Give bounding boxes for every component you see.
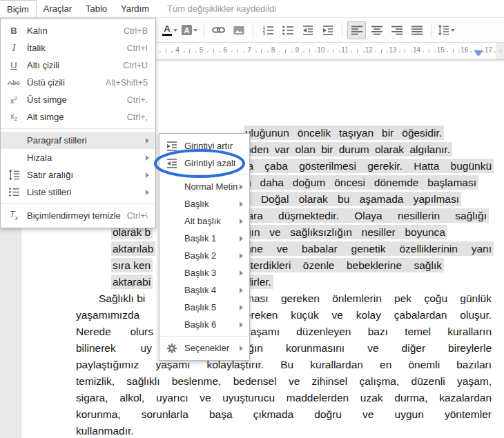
align-right-button[interactable] [387,21,406,39]
text-line-fragment: la çaba gösterilmesi gerekir. Hatta bugü… [245,159,492,173]
dropdown-caret-icon[interactable] [193,29,197,32]
menu-yardim[interactable]: Yardım [114,0,156,17]
menu-tablo[interactable]: Tablo [79,0,114,17]
highlight-color-icon: A [182,25,192,35]
align-right-icon [391,24,403,37]
styles-menu-item-ba-l-k[interactable]: Başlık [159,195,249,212]
format-menu-item-bi-imlendirmeyi-temizle[interactable]: TxBiçimlendirmeyi temizleCtrl+\ [1,207,155,224]
justify-button[interactable] [407,21,426,39]
menu-item-label: Kalın [27,26,124,36]
numbered-list-button[interactable]: 123 [258,21,277,39]
format-menu-item-sat-r-aral[interactable]: Satır aralığı [1,166,155,183]
italic-icon: I [1,43,27,54]
ruler-tick [357,49,358,53]
format-menu-item-st-izili[interactable]: AbcÜstü çiziliAlt+Shift+5 [1,74,155,91]
menu-item-label: Alt başlık [184,216,240,226]
ruler-dot [159,51,161,52]
format-menu-item-kal-n[interactable]: BKalınCtrl+B [1,22,155,39]
submenu-arrow-icon [240,201,243,207]
format-menu-item-i-talik[interactable]: IİtalikCtrl+I [1,39,155,57]
line-spacing-icon [1,169,27,181]
dropdown-caret-icon[interactable] [451,29,455,32]
text-line-fragment: Sağlıklı bi [99,291,145,306]
text-line-fragment: uluğunun öncelik taşıyan bir öğesidir. [245,126,442,140]
submenu-arrow-icon [240,184,243,190]
line-spacing-icon [438,24,449,36]
styles-menu-item-ba-l-k-5[interactable]: Başlık 5 [159,299,249,316]
styles-menu-item-ba-l-k-2[interactable]: Başlık 2 [159,247,249,264]
indent-decrease-icon [302,24,314,37]
align-left-button[interactable] [347,21,366,39]
styles-menu-item-ba-l-k-3[interactable]: Başlık 3 [159,264,249,281]
styles-menu-item-ba-l-k-1[interactable]: Başlık 1 [159,230,249,247]
text-line-fragment: yaşamımızda [76,308,139,322]
format-menu-item-hizala[interactable]: Hizala [1,149,155,166]
text-line-fragment: r. Doğal olarak bu aşamada yapılması [245,192,459,206]
text-line-fragment: nne ve babalar genetik özelliklerinin ya… [245,241,492,256]
format-menu-item-st-simge[interactable]: x2Üst simgeCtrl+. [1,91,155,108]
indent-increase-button[interactable] [318,21,337,39]
styles-menu-item-alt-ba-l-k[interactable]: Alt başlık [159,212,249,230]
ruler-dot [399,51,400,52]
ruler-tick [381,49,382,53]
styles-menu-item-normal-metin[interactable]: Normal Metin [159,178,249,195]
ruler-tick [333,49,333,53]
styles-menu-item-ba-l-k-6[interactable]: Başlık 6 [159,316,249,333]
ruler-number: 11 [341,46,348,54]
styles-menu-item-girintiyi-azalt[interactable]: Girintiyi azalt [159,155,249,172]
text-line-fragment: ereken küçük ve kolay çabalardan oluşur. [245,308,492,322]
styles-menu-item-se-enekler[interactable]: Seçenekler [159,339,249,357]
menu-item-label: Normal Metin [184,181,240,192]
align-center-button[interactable] [367,21,386,39]
text-line-fragment: kullanmadır. [76,424,134,438]
menu-item-label: Üstü çizili [27,77,106,88]
menu-bar: Biçim Araçlar Tablo Yardım Tüm değişikli… [0,0,504,18]
format-menu-item-paragraf-stilleri[interactable]: Paragraf stilleri [1,132,155,149]
submenu-arrow-icon [240,236,243,241]
insert-link-button[interactable] [209,21,228,39]
paragraph-styles-submenu: Girintiyi artırGirintiyi azaltNormal Met… [159,133,250,361]
line-spacing-button[interactable] [436,24,456,36]
save-status: Tüm değişiklikler kaydedildi [167,0,276,17]
menu-item-label: Başlık 6 [184,319,240,330]
menu-bicim[interactable]: Biçim [0,0,37,17]
align-center-icon [371,24,383,37]
styles-menu-item-girintiyi-art-r[interactable]: Girintiyi artır [159,137,249,155]
text-line-fragment: n daha doğum öncesi dönemde başlaması [245,175,476,190]
format-menu-item-alt-izili[interactable]: UAltı çiziliCtrl+U [1,57,155,74]
ruler-tick [309,49,310,53]
insert-image-button[interactable] [229,21,248,39]
indent-decrease-icon [159,157,184,170]
ruler-tick [238,49,238,53]
menu-item-shortcut: Ctrl+, [127,112,155,122]
submenu-arrow-icon [146,190,149,195]
indent-increase-icon [159,140,184,152]
indent-decrease-button[interactable] [298,21,317,39]
ruler-number: 17 [485,46,492,54]
text-color-button[interactable]: A [161,25,179,36]
text-line-fragment: lara düşmektedir. Olaya nesillerin sağlı… [245,208,487,223]
text-line-fragment: ğın ve sağlıksızlığın nesiller boyunca [245,225,445,239]
right-indent-marker-icon[interactable] [474,50,483,57]
text-line-fragment: bilinerek uy [76,341,152,355]
svg-text:3: 3 [262,31,265,36]
ruler-dot [291,51,293,52]
text-line-fragment: paylaştığımız yaşamı kolaylaştırır. Bu k… [76,357,492,372]
menu-separator [159,175,249,175]
text-line-fragment: ığın korunmasını ve diğer bireylerle [245,341,492,355]
format-menu-item-liste-stilleri[interactable]: Liste stilleri [1,183,155,201]
highlight-color-button[interactable]: A [180,25,199,35]
menu-araclar[interactable]: Araçlar [37,0,79,17]
ruler-number: 4 [175,46,180,54]
styles-menu-item-ba-l-k-4[interactable]: Başlık 4 [159,281,249,299]
bulleted-list-button[interactable] [278,21,297,39]
ruler-dot [184,51,185,52]
gear-icon [159,343,184,354]
dropdown-caret-icon[interactable] [173,29,177,32]
ruler-number: 15 [437,46,445,54]
insert-link-icon [212,23,225,37]
format-menu-item-alt-simge[interactable]: x2Alt simgeCtrl+, [1,108,155,126]
ruler-tick [189,49,190,53]
list-styles-icon [1,186,27,198]
superscript-icon: x2 [1,95,27,105]
